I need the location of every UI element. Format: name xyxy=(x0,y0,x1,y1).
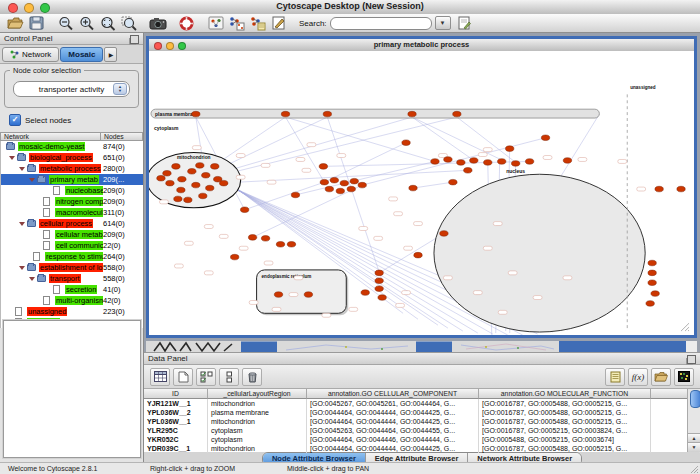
network-node[interactable] xyxy=(199,193,207,199)
network-node[interactable] xyxy=(304,292,312,298)
network-node[interactable] xyxy=(464,168,472,174)
table-cell[interactable]: YKR052C xyxy=(144,435,208,444)
network-node[interactable] xyxy=(431,159,439,165)
network-node[interactable] xyxy=(281,111,289,117)
network-node[interactable] xyxy=(291,192,299,198)
tree-row[interactable]: macromolecule311(0) xyxy=(1,207,143,218)
network-node[interactable] xyxy=(274,292,282,298)
network-node[interactable] xyxy=(402,140,410,146)
table-cell[interactable]: YPL036W__2 xyxy=(144,408,208,417)
expand-icon[interactable] xyxy=(29,178,35,182)
region-plasma-membrane[interactable] xyxy=(151,109,599,118)
save-session-icon[interactable] xyxy=(26,15,47,32)
select-attributes-icon[interactable] xyxy=(196,368,216,386)
tree-header-network[interactable]: Network xyxy=(0,132,101,141)
network-canvas[interactable]: plasma membranecytoplasmmitochondrionnuc… xyxy=(149,51,694,335)
network-label[interactable]: cellular metabo xyxy=(55,230,103,239)
table-cell[interactable]: [GO:0016787, GO:0005215, GO:0003824, G..… xyxy=(479,426,651,435)
delete-attribute-icon[interactable] xyxy=(242,368,262,386)
table-cell[interactable]: plasma membrane xyxy=(208,408,307,417)
network-node[interactable] xyxy=(320,179,328,185)
network-node[interactable] xyxy=(655,186,663,192)
network-node[interactable] xyxy=(157,175,165,181)
table-row[interactable]: YPL036W__1mitochondrion[GO:0044464, GO:0… xyxy=(144,417,700,426)
unselect-attributes-icon[interactable] xyxy=(219,368,239,386)
network-edge[interactable] xyxy=(412,117,503,160)
frame-resize-grip[interactable] xyxy=(681,323,689,331)
network-node[interactable] xyxy=(174,196,182,202)
network-node[interactable] xyxy=(231,254,239,260)
network-label[interactable]: unassigned xyxy=(27,307,67,316)
tree-row[interactable]: nitrogen compo209(0) xyxy=(1,196,143,207)
annotation-icon[interactable] xyxy=(268,15,289,32)
table-cell[interactable]: [GO:0045267, GO:0045261, GO:0044464, G..… xyxy=(307,399,479,408)
network-label[interactable]: secretion xyxy=(65,285,97,294)
tree-row[interactable]: mosaic-demo-yeast874(0) xyxy=(1,141,143,152)
function-builder-icon[interactable]: f(x) xyxy=(628,368,648,386)
table-scrollbar[interactable]: ▲ ▼ xyxy=(687,389,700,452)
network-node[interactable] xyxy=(340,180,348,186)
table-cell[interactable]: YPL036W__1 xyxy=(144,417,208,426)
network-label[interactable]: transport xyxy=(49,274,81,283)
network-node[interactable] xyxy=(184,197,192,203)
network-node[interactable] xyxy=(276,242,284,248)
table-cell[interactable]: mitochondrion xyxy=(208,417,307,426)
table-cell[interactable]: [GO:0005488, GO:0005215, GO:0003674] xyxy=(479,435,651,444)
network-node[interactable] xyxy=(651,291,659,297)
table-cell[interactable]: [GO:0044464, GO:0044446, GO:0044444, G..… xyxy=(307,435,479,444)
network-node[interactable] xyxy=(440,231,448,237)
network-node[interactable] xyxy=(648,270,656,276)
network-node[interactable] xyxy=(240,207,248,213)
network-node[interactable] xyxy=(414,252,422,258)
tree-row[interactable]: primary metab209(... xyxy=(1,174,143,185)
network-node[interactable] xyxy=(330,177,338,183)
search-config-icon[interactable] xyxy=(454,15,475,32)
tree-row[interactable]: cellular process614(0) xyxy=(1,218,143,229)
zoom-out-icon[interactable] xyxy=(55,15,76,32)
table-cell[interactable]: [GO:0016787, GO:0005488, GO:0005215, G..… xyxy=(479,399,651,408)
network-node[interactable] xyxy=(484,160,492,166)
network-node[interactable] xyxy=(457,160,465,166)
network-node[interactable] xyxy=(325,186,333,192)
import-attributes-icon[interactable] xyxy=(651,368,671,386)
table-cell[interactable]: mitochondrion xyxy=(208,399,307,408)
network-label[interactable]: biological_process xyxy=(29,153,93,162)
table-cell[interactable]: YLR295C xyxy=(144,426,208,435)
network-node[interactable] xyxy=(449,179,457,185)
scroll-down-icon[interactable]: ▼ xyxy=(688,442,700,452)
resize-grip[interactable] xyxy=(689,464,699,474)
network-node[interactable] xyxy=(375,286,383,292)
tree-row[interactable]: transport558(0) xyxy=(1,273,143,284)
tree-row[interactable]: secretion41(0) xyxy=(1,284,143,295)
network-node[interactable] xyxy=(188,169,196,175)
table-cell[interactable]: cytoplasm xyxy=(208,435,307,444)
network-node[interactable] xyxy=(498,159,506,165)
network-node[interactable] xyxy=(505,146,513,152)
network-node[interactable] xyxy=(323,111,331,117)
view-settings-icon[interactable] xyxy=(205,15,226,32)
tree-row[interactable]: response to stimulu264(0) xyxy=(1,251,143,262)
network-node[interactable] xyxy=(261,236,269,242)
table-row[interactable]: YDR039C__1mitochondrion[GO:0044464, GO:0… xyxy=(144,444,700,453)
column-header[interactable]: _cellularLayoutRegion xyxy=(208,389,307,399)
table-cell[interactable]: YJR121W__1 xyxy=(144,399,208,408)
network-node[interactable] xyxy=(163,171,171,177)
network-label[interactable]: cell communicat xyxy=(55,241,103,250)
table-cell[interactable]: mitochondrion xyxy=(208,444,307,453)
table-row[interactable]: YJR121W__1mitochondrion[GO:0045267, GO:0… xyxy=(144,399,700,408)
zoom-selected-icon[interactable] xyxy=(118,15,139,32)
expand-icon[interactable] xyxy=(19,266,25,270)
table-cell[interactable]: [GO:0044464, GO:0044444, GO:0044425, G..… xyxy=(307,408,479,417)
tree-row[interactable]: establishment of lo558(0) xyxy=(1,262,143,273)
network-node[interactable] xyxy=(470,158,478,164)
frame-resize-grip[interactable] xyxy=(688,330,689,331)
attribute-table-icon[interactable] xyxy=(150,368,170,386)
float-panel-icon[interactable] xyxy=(130,35,139,44)
network-node[interactable] xyxy=(541,135,549,141)
network-label[interactable]: mosaic-demo-yeast xyxy=(18,142,85,151)
background-windows-strip[interactable] xyxy=(146,339,697,351)
birdseye-view[interactable] xyxy=(3,320,141,458)
table-cell[interactable]: [GO:0044464, GO:0044444, GO:0044425, G..… xyxy=(307,444,479,453)
network-graph[interactable]: plasma membranecytoplasmmitochondrionnuc… xyxy=(149,51,694,335)
tree-row[interactable]: metabolic process280(0) xyxy=(1,163,143,174)
